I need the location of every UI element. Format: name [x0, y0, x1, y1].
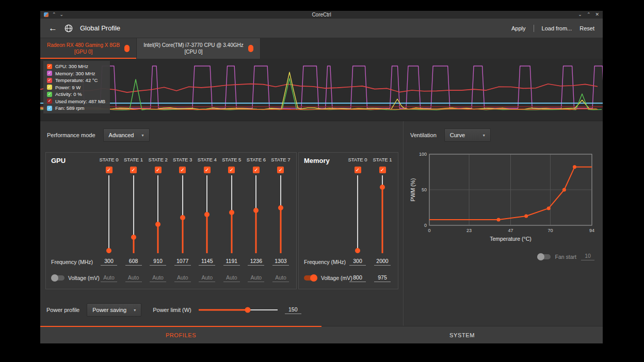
fan-curve-point[interactable]	[497, 218, 501, 221]
load-from-button[interactable]: Load from...	[542, 25, 572, 31]
voltage-value[interactable]: Auto	[272, 274, 289, 282]
slider-handle[interactable]	[106, 248, 111, 253]
state-column: STATE 6✓1236Auto	[245, 157, 267, 286]
voltage-value[interactable]: Auto	[248, 274, 264, 282]
frequency-slider[interactable]	[155, 175, 161, 253]
frequency-value[interactable]: 2000	[374, 258, 391, 266]
frequency-slider[interactable]	[229, 175, 235, 253]
state-checkbox[interactable]: ✓	[277, 167, 284, 173]
voltage-value-cell: Auto	[199, 270, 215, 286]
power-limit-slider[interactable]	[199, 307, 278, 313]
legend-checkbox[interactable]: ✓	[47, 78, 52, 83]
slider-handle[interactable]	[253, 208, 259, 213]
state-checkbox[interactable]: ✓	[253, 167, 260, 173]
state-checkbox[interactable]: ✓	[130, 167, 137, 173]
ventilation-dropdown[interactable]: Curve ▾	[444, 128, 491, 142]
chevron-down-icon[interactable]: ⌄	[60, 12, 64, 17]
voltage-value[interactable]: Auto	[174, 274, 191, 282]
fan-curve-chart[interactable]: 023477094050100Temperature (°C)PWM (%)	[409, 148, 595, 254]
state-checkbox[interactable]: ✓	[106, 167, 112, 173]
slider-handle[interactable]	[180, 215, 185, 220]
frequency-slider[interactable]	[131, 175, 137, 253]
frequency-value-cell: 910	[150, 253, 166, 270]
fan-curve-point[interactable]	[573, 165, 576, 169]
frequency-value[interactable]: 300	[101, 258, 117, 266]
fan-start-toggle[interactable]	[537, 254, 551, 259]
slider-handle[interactable]	[278, 205, 283, 210]
frequency-value[interactable]: 608	[125, 258, 142, 266]
gpu-voltage-toggle[interactable]	[51, 275, 65, 281]
legend-label: Temperature: 42 °C	[55, 77, 98, 83]
apply-button[interactable]: Apply	[511, 25, 526, 31]
slider-handle[interactable]	[380, 185, 385, 190]
power-limit-value[interactable]: 150	[285, 306, 301, 314]
state-checkbox[interactable]: ✓	[228, 167, 235, 173]
legend-checkbox[interactable]: ✓	[47, 98, 52, 104]
slider-handle[interactable]	[155, 222, 160, 227]
memory-frequency-label: Frequency (MHz)	[304, 253, 345, 270]
frequency-value[interactable]: 1191	[223, 258, 240, 266]
slider-fill	[157, 224, 159, 253]
frequency-value[interactable]: 1236	[248, 258, 264, 266]
legend-checkbox[interactable]: ✓	[47, 106, 52, 111]
frequency-slider[interactable]	[106, 175, 112, 253]
frequency-value[interactable]: 1303	[272, 258, 289, 266]
reset-button[interactable]: Reset	[579, 25, 594, 31]
voltage-value[interactable]: Auto	[223, 274, 240, 282]
state-checkbox[interactable]: ✓	[379, 167, 386, 173]
fan-curve-point[interactable]	[562, 188, 566, 192]
frequency-slider[interactable]	[278, 175, 284, 253]
back-button[interactable]: ←	[49, 24, 57, 32]
fan-curve-point[interactable]	[547, 206, 551, 210]
slider-handle[interactable]	[355, 248, 360, 253]
legend-checkbox[interactable]: ✓	[47, 92, 52, 97]
chevron-up-icon[interactable]: ⌃	[52, 12, 56, 17]
slider-fill	[280, 208, 281, 253]
maximize-icon[interactable]: ⌃	[587, 12, 591, 17]
frequency-slider[interactable]	[355, 175, 361, 253]
memory-voltage-toggle[interactable]	[304, 275, 317, 281]
slider-handle[interactable]	[229, 210, 234, 215]
state-checkbox[interactable]: ✓	[179, 167, 186, 173]
frequency-slider[interactable]	[253, 175, 259, 253]
legend-item: ✓Temperature: 42 °C	[47, 77, 105, 83]
legend-checkbox[interactable]: ✓	[47, 85, 52, 90]
power-limit-slider-handle[interactable]	[245, 307, 250, 313]
slider-handle[interactable]	[204, 212, 210, 217]
tab-profiles[interactable]: PROFILES	[40, 326, 321, 343]
slider-fill	[206, 215, 208, 253]
slider-handle[interactable]	[131, 235, 136, 240]
voltage-value[interactable]: 800	[349, 274, 366, 282]
power-profile-dropdown[interactable]: Power saving ▾	[87, 303, 141, 317]
device-tab-cpu0[interactable]: Intel(R) Core(TM) i7-3770 CPU @ 3.40GHz[…	[137, 38, 261, 59]
legend-checkbox[interactable]: ✓	[47, 71, 52, 76]
frequency-slider[interactable]	[379, 175, 385, 253]
legend-checkbox[interactable]: ✓	[47, 64, 52, 69]
performance-mode-dropdown[interactable]: Advanced ▾	[103, 128, 150, 142]
voltage-value[interactable]: Auto	[199, 274, 215, 282]
device-tab-gpu0[interactable]: Radeon RX 480 Gaming X 8GB[GPU 0]	[40, 38, 137, 59]
frequency-slider[interactable]	[204, 175, 210, 253]
state-label: STATE 1	[373, 157, 392, 163]
corectrl-window: ⌃ ⌄ CoreCtrl ⌄ ⌃ ✕ ← Global Profile Appl…	[40, 11, 603, 343]
voltage-value[interactable]: Auto	[150, 274, 166, 282]
caret-down-icon: ▾	[142, 133, 144, 138]
voltage-value[interactable]: Auto	[125, 274, 142, 282]
close-icon[interactable]: ✕	[595, 12, 599, 17]
state-checkbox[interactable]: ✓	[204, 167, 211, 173]
frequency-value[interactable]: 300	[349, 258, 366, 266]
minimize-icon[interactable]: ⌄	[578, 12, 582, 17]
tab-system[interactable]: SYSTEM	[321, 326, 603, 343]
fan-start-value[interactable]: 10	[581, 253, 594, 260]
fan-curve-point[interactable]	[524, 215, 528, 218]
state-checkbox[interactable]: ✓	[155, 167, 162, 173]
voltage-value[interactable]: Auto	[101, 274, 117, 282]
frequency-value[interactable]: 910	[150, 258, 166, 266]
titlebar[interactable]: ⌃ ⌄ CoreCtrl ⌄ ⌃ ✕	[40, 11, 603, 19]
frequency-value[interactable]: 1077	[174, 258, 191, 266]
gpu-voltage-label: Voltage (mV)	[68, 275, 100, 281]
voltage-value[interactable]: 975	[374, 274, 391, 282]
state-checkbox[interactable]: ✓	[355, 167, 361, 173]
frequency-slider[interactable]	[180, 175, 186, 253]
frequency-value[interactable]: 1145	[199, 258, 215, 266]
